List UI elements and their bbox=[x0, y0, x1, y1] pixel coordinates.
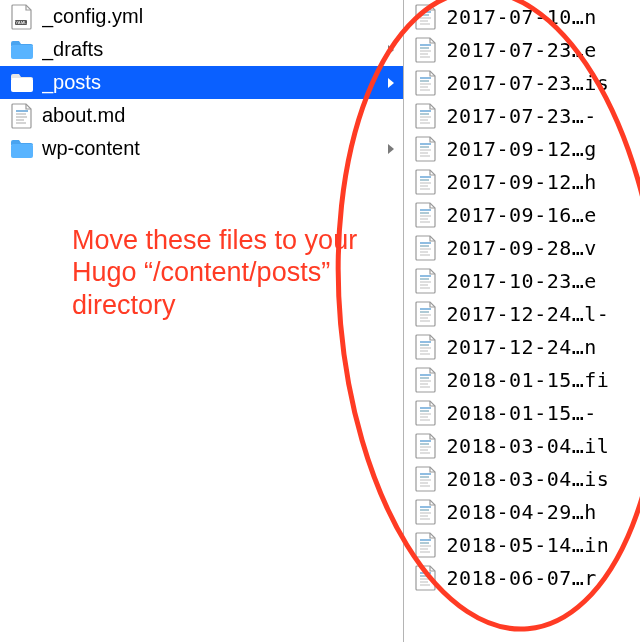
file-row[interactable]: 2017-12-24…l- bbox=[404, 297, 640, 330]
file-label: 2017-07-23…e bbox=[446, 38, 636, 62]
file-label: 2017-09-12…h bbox=[446, 170, 636, 194]
file-label: 2017-12-24…l- bbox=[446, 302, 636, 326]
folder-row-posts[interactable]: _posts bbox=[0, 66, 403, 99]
column-parent: YAML _config.yml _drafts bbox=[0, 0, 404, 642]
markdown-file-icon bbox=[412, 300, 440, 328]
markdown-file-icon bbox=[412, 465, 440, 493]
file-label: 2017-09-16…e bbox=[446, 203, 636, 227]
svg-rect-2 bbox=[11, 45, 33, 59]
svg-rect-9 bbox=[11, 144, 33, 158]
markdown-file-icon bbox=[412, 36, 440, 64]
folder-row-drafts[interactable]: _drafts bbox=[0, 33, 403, 66]
markdown-file-icon bbox=[412, 564, 440, 592]
folder-label: _drafts bbox=[42, 38, 383, 61]
disclosure-arrow-icon bbox=[383, 143, 399, 155]
column-posts-files: 2017-07-10…n 2017-07-23…e 2017-07-23…is … bbox=[404, 0, 640, 642]
file-row[interactable]: 2018-01-15…fi bbox=[404, 363, 640, 396]
file-label: 2018-03-04…il bbox=[446, 434, 636, 458]
markdown-file-icon bbox=[412, 168, 440, 196]
file-label: 2018-05-14…in bbox=[446, 533, 636, 557]
file-label: 2018-06-07…r bbox=[446, 566, 636, 590]
file-row[interactable]: 2017-09-12…g bbox=[404, 132, 640, 165]
file-label: 2018-01-15…fi bbox=[446, 368, 636, 392]
file-row[interactable]: 2018-06-07…r bbox=[404, 561, 640, 594]
folder-label: wp-content bbox=[42, 137, 383, 160]
folder-icon bbox=[8, 69, 36, 97]
finder-columns: YAML _config.yml _drafts bbox=[0, 0, 640, 642]
file-label: 2017-07-23…is bbox=[446, 71, 636, 95]
folder-row-wp-content[interactable]: wp-content bbox=[0, 132, 403, 165]
file-label: 2018-01-15…- bbox=[446, 401, 636, 425]
markdown-file-icon bbox=[412, 399, 440, 427]
file-label: _config.yml bbox=[42, 5, 399, 28]
markdown-file-icon bbox=[412, 333, 440, 361]
markdown-file-icon bbox=[412, 102, 440, 130]
file-row[interactable]: 2017-07-23…e bbox=[404, 33, 640, 66]
folder-label: _posts bbox=[42, 71, 383, 94]
file-row[interactable]: 2018-01-15…- bbox=[404, 396, 640, 429]
markdown-file-icon bbox=[412, 234, 440, 262]
file-label: 2018-04-29…h bbox=[446, 500, 636, 524]
file-row[interactable]: 2018-04-29…h bbox=[404, 495, 640, 528]
file-label: 2017-07-10…n bbox=[446, 5, 636, 29]
svg-rect-3 bbox=[11, 78, 33, 92]
file-row-config-yml[interactable]: YAML _config.yml bbox=[0, 0, 403, 33]
file-row-about-md[interactable]: about.md bbox=[0, 99, 403, 132]
markdown-file-icon bbox=[412, 498, 440, 526]
yaml-file-icon: YAML bbox=[8, 3, 36, 31]
markdown-file-icon bbox=[412, 432, 440, 460]
file-label: about.md bbox=[42, 104, 399, 127]
file-row[interactable]: 2018-03-04…is bbox=[404, 462, 640, 495]
markdown-file-icon bbox=[412, 267, 440, 295]
file-row[interactable]: 2017-10-23…e bbox=[404, 264, 640, 297]
disclosure-arrow-icon bbox=[383, 44, 399, 56]
markdown-file-icon bbox=[412, 135, 440, 163]
file-row[interactable]: 2017-09-28…v bbox=[404, 231, 640, 264]
markdown-file-icon bbox=[412, 201, 440, 229]
folder-icon bbox=[8, 36, 36, 64]
file-row[interactable]: 2018-05-14…in bbox=[404, 528, 640, 561]
file-row[interactable]: 2017-07-23…- bbox=[404, 99, 640, 132]
markdown-file-icon bbox=[412, 366, 440, 394]
file-row[interactable]: 2017-07-10…n bbox=[404, 0, 640, 33]
file-row[interactable]: 2017-07-23…is bbox=[404, 66, 640, 99]
file-label: 2017-09-12…g bbox=[446, 137, 636, 161]
file-label: 2017-07-23…- bbox=[446, 104, 636, 128]
markdown-file-icon bbox=[8, 102, 36, 130]
disclosure-arrow-icon bbox=[383, 77, 399, 89]
markdown-file-icon bbox=[412, 3, 440, 31]
file-label: 2017-12-24…n bbox=[446, 335, 636, 359]
markdown-file-icon bbox=[412, 531, 440, 559]
file-label: 2018-03-04…is bbox=[446, 467, 636, 491]
file-label: 2017-10-23…e bbox=[446, 269, 636, 293]
svg-text:YAML: YAML bbox=[15, 20, 27, 25]
markdown-file-icon bbox=[412, 69, 440, 97]
file-label: 2017-09-28…v bbox=[446, 236, 636, 260]
file-row[interactable]: 2017-09-12…h bbox=[404, 165, 640, 198]
file-row[interactable]: 2017-12-24…n bbox=[404, 330, 640, 363]
file-row[interactable]: 2018-03-04…il bbox=[404, 429, 640, 462]
folder-icon bbox=[8, 135, 36, 163]
file-row[interactable]: 2017-09-16…e bbox=[404, 198, 640, 231]
